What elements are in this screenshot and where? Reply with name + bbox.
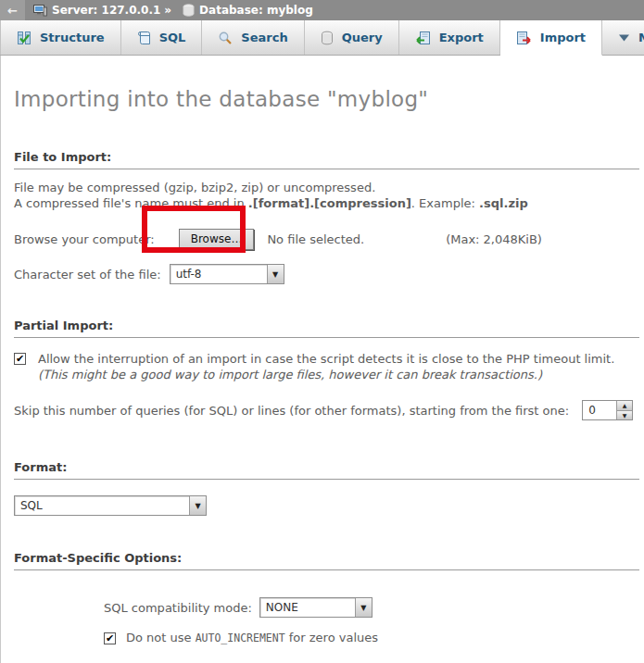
format-pattern: .[format].[compression]: [248, 196, 411, 210]
export-icon: [415, 31, 431, 45]
database-icon: [183, 4, 195, 17]
section-heading-file-to-import: File to Import:: [14, 150, 639, 169]
skip-queries-row: Skip this number of queries (for SQL) or…: [14, 399, 644, 421]
example-extension: .sql.zip: [479, 196, 528, 210]
spin-up-icon[interactable]: ▲: [617, 401, 632, 411]
query-icon: [321, 31, 334, 45]
breadcrumb-server-label: Server: 127.0.0.1: [52, 4, 160, 17]
back-button[interactable]: ←: [0, 0, 26, 20]
tab-label: Query: [342, 31, 383, 44]
format-selected-value: SQL: [15, 496, 48, 515]
tab-more[interactable]: More: [602, 20, 644, 55]
sql-compatibility-select[interactable]: NONE ▼: [259, 597, 373, 618]
compression-info: File may be compressed (gzip, bzip2, zip…: [14, 180, 644, 211]
dropdown-arrow-icon[interactable]: ▼: [189, 496, 206, 515]
tab-query[interactable]: Query: [305, 20, 399, 55]
page-title: Importing into the database "myblog": [14, 56, 644, 111]
sql-icon: [137, 31, 151, 45]
sql-compatibility-row: SQL compatibility mode: NONE ▼: [104, 596, 644, 619]
breadcrumb-database-label: Database: myblog: [199, 4, 313, 17]
breadcrumb-separator: »: [164, 4, 171, 17]
back-arrow-icon: ←: [7, 4, 18, 18]
breadcrumb-database[interactable]: Database: myblog: [183, 4, 313, 17]
charset-select[interactable]: utf-8 ▼: [170, 264, 284, 284]
tab-label: Search: [241, 31, 287, 44]
allow-interruption-note: (This might be a good way to import larg…: [38, 368, 542, 382]
charset-label: Character set of the file:: [14, 268, 161, 281]
auto-increment-label: Do not use AUTO_INCREMENT for zero value…: [126, 630, 378, 646]
structure-icon: [17, 31, 32, 45]
spinner-buttons: ▲ ▼: [616, 401, 632, 419]
charset-row: Character set of the file: utf-8 ▼: [14, 263, 644, 285]
chevron-down-icon: [618, 33, 630, 43]
skip-queries-label: Skip this number of queries (for SQL) or…: [14, 404, 569, 418]
import-page: Importing into the database "myblog" Fil…: [0, 56, 644, 663]
breadcrumb-server[interactable]: Server: 127.0.0.1: [33, 4, 160, 17]
search-icon: [218, 31, 233, 45]
compression-line2: A compressed file's name must end in .[f…: [14, 195, 644, 211]
format-select-row: SQL ▼: [14, 495, 644, 516]
tab-sql[interactable]: SQL: [121, 20, 203, 55]
skip-queries-value: 0: [583, 401, 616, 419]
section-heading-partial-import: Partial Import:: [14, 319, 639, 338]
tab-label: Import: [540, 31, 586, 44]
browse-button[interactable]: Browse…: [179, 229, 255, 250]
allow-interruption-label: Allow the interruption of an import in c…: [38, 351, 631, 382]
tab-bar: Structure SQL Search Query Export Import: [0, 20, 644, 56]
file-upload-row: Browse your computer: Browse… No file se…: [14, 227, 644, 251]
checkmark-icon: ✔: [106, 631, 114, 646]
section-heading-format: Format:: [14, 460, 639, 480]
dropdown-arrow-icon[interactable]: ▼: [355, 598, 372, 617]
allow-interruption-row: ✔ Allow the interruption of an import in…: [14, 351, 644, 382]
breadcrumb-bar: ← Server: 127.0.0.1 » Database: myblog: [0, 0, 644, 20]
charset-selected-value: utf-8: [170, 265, 208, 283]
tab-import[interactable]: Import: [500, 20, 602, 56]
tab-structure[interactable]: Structure: [0, 20, 121, 55]
no-file-selected-text: No file selected.: [267, 232, 364, 246]
sql-compatibility-value: NONE: [260, 598, 304, 617]
spin-down-icon[interactable]: ▼: [617, 411, 632, 420]
auto-increment-keyword: AUTO_INCREMENT: [196, 632, 285, 644]
auto-increment-row: ✔ Do not use AUTO_INCREMENT for zero val…: [104, 630, 644, 646]
tab-label: Export: [439, 31, 484, 44]
tab-search[interactable]: Search: [202, 20, 304, 55]
compression-line1: File may be compressed (gzip, bzip2, zip…: [14, 180, 644, 195]
auto-increment-checkbox[interactable]: ✔: [104, 632, 116, 644]
section-heading-format-specific: Format-Specific Options:: [14, 551, 639, 570]
format-select[interactable]: SQL ▼: [14, 495, 207, 516]
tab-label: SQL: [159, 31, 186, 44]
dropdown-arrow-icon[interactable]: ▼: [267, 265, 284, 283]
allow-interruption-checkbox[interactable]: ✔: [14, 353, 26, 365]
skip-queries-input[interactable]: 0 ▲ ▼: [582, 400, 633, 420]
tab-export[interactable]: Export: [399, 20, 500, 55]
import-icon: [516, 31, 532, 45]
sql-compatibility-label: SQL compatibility mode:: [104, 601, 252, 615]
tab-label: Structure: [40, 31, 105, 44]
checkmark-icon: ✔: [16, 351, 24, 367]
max-size-note: (Max: 2,048KiB): [446, 232, 542, 246]
server-icon: [33, 4, 47, 17]
tab-label: More: [638, 31, 644, 44]
browse-label: Browse your computer:: [14, 232, 155, 246]
